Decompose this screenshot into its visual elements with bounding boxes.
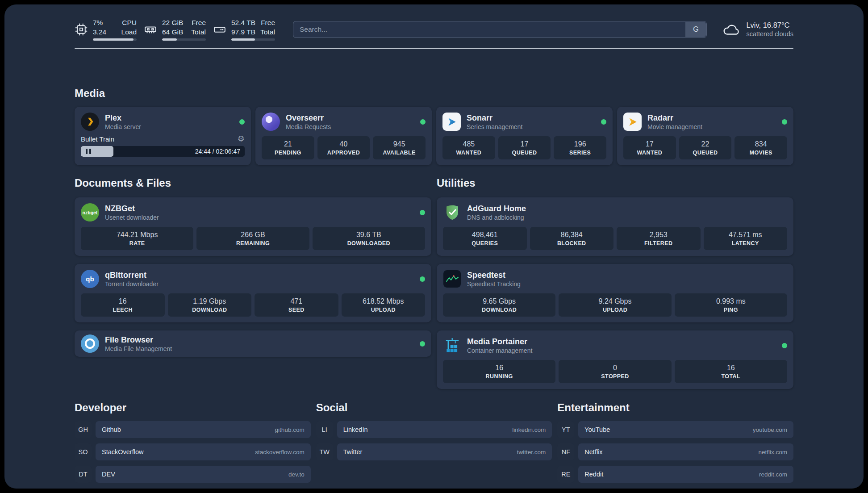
qbittorrent-icon: qb	[81, 270, 99, 288]
status-dot	[782, 343, 787, 348]
bookmark-abbr: GH	[75, 421, 92, 438]
dashboard-panel: 7%CPU 3.24Load 22 GiBFree 64 GiBTotal	[4, 4, 864, 489]
bookmark-url: linkedin.com	[512, 426, 546, 433]
service-subtitle: Media server	[105, 123, 141, 131]
player-progress-bar[interactable]: 24:44 / 02:06:47	[81, 146, 245, 157]
service-subtitle: DNS and adblocking	[467, 213, 526, 221]
service-speedtest[interactable]: Speedtest Speedtest Tracking	[443, 270, 521, 288]
stat-leech: 16LEECH	[81, 293, 165, 317]
stat-wanted: 17WANTED	[623, 136, 676, 159]
disk-total-label: Total	[260, 27, 275, 37]
status-dot	[420, 341, 425, 347]
bookmark-name: LinkedIn	[343, 426, 368, 433]
service-title: AdGuard Home	[467, 204, 526, 213]
section-title-utilities: Utilities	[437, 177, 793, 189]
cloud-icon	[722, 23, 741, 36]
stat-movies: 834MOVIES	[734, 136, 787, 159]
bookmark-name: YouTube	[584, 426, 610, 433]
section-title-social: Social	[316, 401, 552, 414]
service-title: Media Portainer	[467, 337, 532, 347]
service-card-overseerr: Overseerr Media Requests 21PENDING 40APP…	[255, 107, 432, 165]
bookmark-abbr: NF	[557, 443, 574, 460]
bookmark-abbr: SO	[75, 443, 92, 460]
service-card-filebrowser: File Browser Media File Management	[75, 330, 431, 357]
bookmark-url: stackoverflow.com	[255, 449, 304, 455]
bookmark-abbr: LI	[316, 421, 333, 438]
search-input[interactable]	[293, 21, 707, 38]
service-subtitle: Series management	[467, 123, 522, 131]
stat-approved: 40APPROVED	[317, 136, 370, 159]
status-dot	[239, 119, 245, 125]
service-subtitle: Container management	[467, 347, 532, 355]
stat-pending: 21PENDING	[262, 136, 314, 159]
cpu-bar	[93, 38, 137, 41]
speedtest-icon	[443, 270, 461, 288]
bookmark-name: Netflix	[584, 448, 602, 455]
bookmark-name: Github	[102, 426, 121, 433]
bookmark-group-social: Social LI LinkedInlinkedin.com TW Twitte…	[316, 401, 552, 483]
stat-seed: 471SEED	[255, 293, 338, 317]
service-adguard[interactable]: AdGuard Home DNS and adblocking	[443, 203, 526, 221]
bookmark-abbr: TW	[316, 443, 333, 460]
service-card-portainer: Media Portainer Container management 16R…	[437, 330, 793, 389]
service-card-adguard: AdGuard Home DNS and adblocking 498,461Q…	[437, 197, 793, 256]
bookmark-name: StackOverflow	[102, 448, 143, 455]
bookmark-reddit[interactable]: RE Redditreddit.com	[557, 466, 793, 483]
section-title-media: Media	[75, 87, 793, 100]
bookmark-linkedin[interactable]: LI LinkedInlinkedin.com	[316, 421, 552, 438]
stat-upload: 9.24 GbpsUPLOAD	[559, 293, 671, 317]
service-radarr[interactable]: Radarr Movie management	[623, 113, 702, 131]
cpu-percent: 7%	[93, 18, 103, 27]
service-plex[interactable]: Plex Media server	[81, 113, 141, 131]
service-card-sonarr: Sonarr Series management 485WANTED 17QUE…	[436, 107, 613, 165]
status-dot	[420, 276, 425, 282]
bookmark-stackoverflow[interactable]: SO StackOverflowstackoverflow.com	[75, 443, 311, 460]
resource-ram: 22 GiBFree 64 GiBTotal	[144, 18, 206, 41]
service-title: qBittorrent	[105, 270, 159, 280]
status-dot	[782, 119, 787, 125]
gear-icon[interactable]: ⚙	[238, 135, 245, 143]
cpu-icon	[75, 23, 88, 36]
bookmark-netflix[interactable]: NF Netflixnetflix.com	[557, 443, 793, 460]
service-sonarr[interactable]: Sonarr Series management	[442, 113, 522, 131]
bookmark-dev[interactable]: DT DEVdev.to	[75, 466, 311, 483]
bookmark-github[interactable]: GH Githubgithub.com	[75, 421, 311, 438]
stat-available: 945AVAILABLE	[373, 136, 426, 159]
ram-total: 64 GiB	[162, 27, 183, 37]
bookmark-twitter[interactable]: TW Twittertwitter.com	[316, 443, 552, 460]
stat-rate: 744.21 MbpsRATE	[81, 227, 193, 250]
disk-total: 97.9 TB	[231, 27, 255, 37]
weather-widget[interactable]: Lviv, 16.87°C scattered clouds	[722, 20, 793, 38]
service-portainer[interactable]: Media Portainer Container management	[443, 336, 532, 355]
topbar-divider	[75, 48, 793, 49]
section-title-developer: Developer	[75, 401, 311, 414]
service-title: Speedtest	[467, 270, 521, 280]
stat-stopped: 0STOPPED	[559, 360, 671, 383]
service-title: Plex	[105, 113, 141, 123]
resource-cpu: 7%CPU 3.24Load	[75, 18, 137, 41]
bookmark-youtube[interactable]: YT YouTubeyoutube.com	[557, 421, 793, 438]
cpu-label: CPU	[122, 18, 137, 27]
service-card-plex: Plex Media server Bullet Train ⚙ 24:4	[75, 107, 251, 165]
service-nzbget[interactable]: nzbget NZBGet Usenet downloader	[81, 203, 159, 221]
service-overseerr[interactable]: Overseerr Media Requests	[262, 113, 331, 131]
top-bar: 7%CPU 3.24Load 22 GiBFree 64 GiBTotal	[75, 4, 793, 41]
stat-queries: 498,461QUERIES	[443, 227, 527, 250]
search-provider-button[interactable]: G	[685, 22, 706, 37]
weather-condition: scattered clouds	[746, 30, 793, 38]
bookmark-name: Reddit	[584, 471, 603, 478]
resource-disk: 52.4 TBFree 97.9 TBTotal	[213, 18, 275, 41]
stat-total: 16TOTAL	[675, 360, 787, 383]
ram-icon	[144, 23, 157, 36]
bookmark-url: twitter.com	[517, 449, 546, 455]
bookmark-group-entertainment: Entertainment YT YouTubeyoutube.com NF N…	[557, 401, 793, 483]
stat-series: 196SERIES	[554, 136, 606, 159]
service-filebrowser[interactable]: File Browser Media File Management	[81, 334, 172, 353]
stat-filtered: 2,953FILTERED	[617, 227, 701, 250]
service-qbittorrent[interactable]: qb qBittorrent Torrent downloader	[81, 270, 159, 288]
sonarr-icon	[442, 113, 461, 131]
pause-button[interactable]	[86, 149, 91, 154]
bookmark-abbr: YT	[557, 421, 574, 438]
stat-ping: 0.993 msPING	[675, 293, 787, 317]
bookmark-url: reddit.com	[759, 471, 787, 478]
